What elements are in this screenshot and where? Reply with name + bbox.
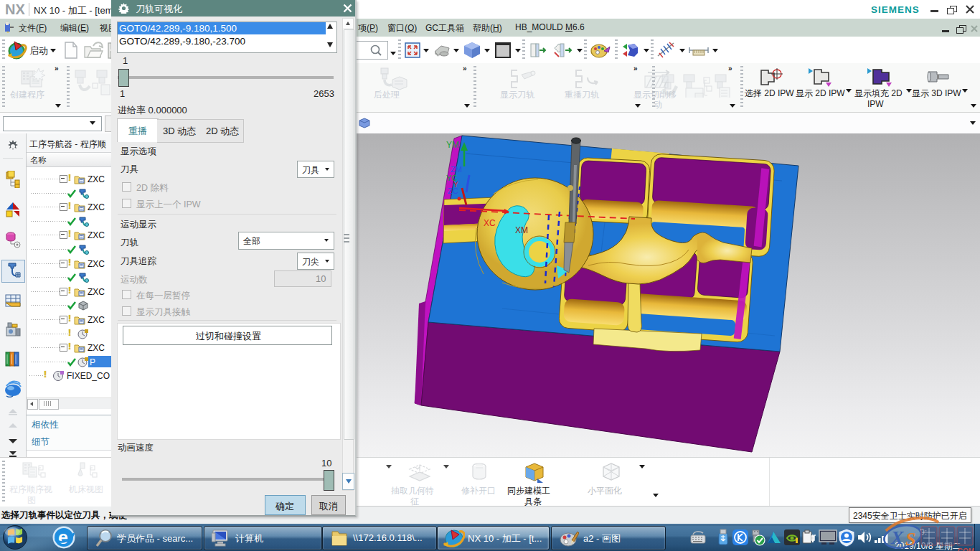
svg-text:e: e <box>58 527 68 547</box>
svg-text:X: X <box>890 527 904 548</box>
svg-text:ZC: ZC <box>448 187 458 195</box>
svg-text:XC: XC <box>484 218 496 228</box>
svg-text:S: S <box>905 529 915 550</box>
svg-text:.COM: .COM <box>956 547 974 551</box>
svg-text:YM: YM <box>446 140 459 150</box>
svg-text:ZM: ZM <box>451 165 462 174</box>
svg-text:XM: XM <box>515 225 528 235</box>
